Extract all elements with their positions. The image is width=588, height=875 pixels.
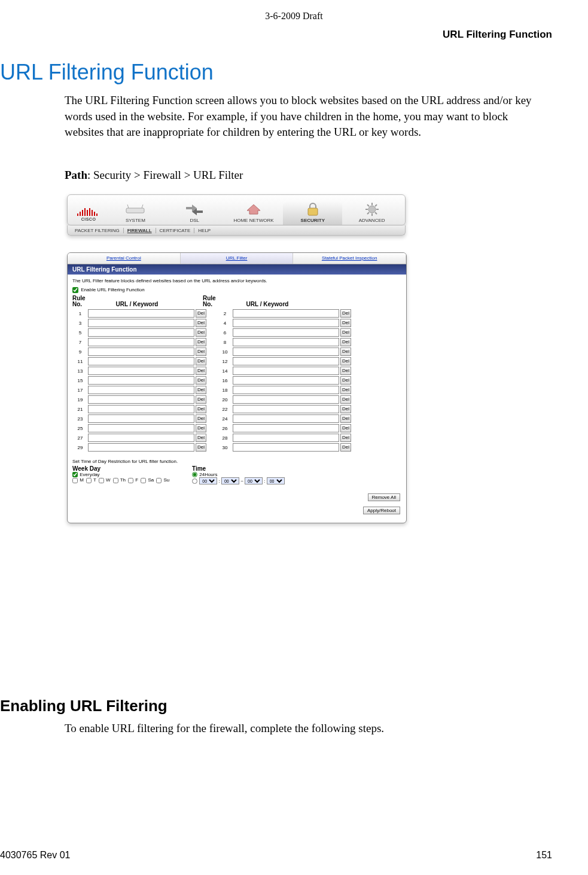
url-keyword-input[interactable]: [88, 338, 194, 346]
remove-all-button[interactable]: Remove All: [368, 493, 400, 501]
day-checkbox[interactable]: [113, 478, 118, 483]
url-keyword-input[interactable]: [233, 328, 339, 337]
nav-system[interactable]: SYSTEM: [106, 202, 165, 225]
url-keyword-input[interactable]: [233, 443, 339, 452]
delete-button[interactable]: Del: [196, 347, 206, 356]
url-keyword-input[interactable]: [88, 405, 194, 413]
subnav-packet-filtering[interactable]: PACKET FILTERING: [71, 228, 124, 233]
delete-button[interactable]: Del: [340, 414, 351, 423]
url-keyword-input[interactable]: [88, 414, 194, 423]
url-keyword-input[interactable]: [88, 319, 194, 327]
url-keyword-input[interactable]: [233, 309, 339, 318]
delete-button[interactable]: Del: [340, 405, 351, 413]
delete-button[interactable]: Del: [196, 328, 206, 337]
url-keyword-input[interactable]: [233, 319, 339, 327]
delete-button[interactable]: Del: [196, 405, 206, 413]
day-option: W: [99, 477, 111, 483]
delete-button[interactable]: Del: [196, 395, 206, 404]
hh-start[interactable]: 00: [199, 477, 217, 484]
url-keyword-input[interactable]: [233, 424, 339, 432]
url-keyword-input[interactable]: [233, 357, 339, 365]
delete-button[interactable]: Del: [340, 443, 351, 452]
rule-table: Rule No. URL / Keyword Rule No. URL / Ke…: [68, 295, 406, 452]
url-keyword-input[interactable]: [88, 434, 194, 442]
url-keyword-input[interactable]: [233, 347, 339, 356]
url-keyword-input[interactable]: [233, 376, 339, 385]
url-keyword-input[interactable]: [233, 367, 339, 375]
delete-button[interactable]: Del: [196, 434, 206, 442]
delete-button[interactable]: Del: [196, 424, 206, 432]
delete-button[interactable]: Del: [196, 367, 206, 375]
delete-button[interactable]: Del: [340, 357, 351, 365]
url-keyword-input[interactable]: [233, 338, 339, 346]
url-keyword-input[interactable]: [88, 395, 194, 404]
delete-button[interactable]: Del: [340, 328, 351, 337]
mm-start[interactable]: 00: [221, 477, 239, 484]
path-value: : Security > Firewall > URL Filter: [87, 169, 243, 181]
delete-button[interactable]: Del: [340, 395, 351, 404]
day-checkbox[interactable]: [72, 478, 78, 483]
everyday-checkbox[interactable]: [72, 472, 78, 477]
subnav-certificate[interactable]: CERTIFICATE: [156, 228, 195, 233]
nav-security[interactable]: SECURITY: [283, 202, 342, 225]
day-checkbox[interactable]: [156, 478, 162, 483]
delete-button[interactable]: Del: [196, 309, 206, 318]
delete-button[interactable]: Del: [196, 414, 206, 423]
tab-url-filter[interactable]: URL Filter: [181, 253, 294, 264]
url-keyword-input[interactable]: [233, 434, 339, 442]
day-checkbox[interactable]: [141, 478, 146, 483]
url-keyword-input[interactable]: [88, 424, 194, 432]
rule-number: 9: [72, 349, 88, 355]
nav-dsl[interactable]: DSL: [165, 202, 224, 225]
delete-button[interactable]: Del: [196, 376, 206, 385]
delete-button[interactable]: Del: [196, 443, 206, 452]
subnav-firewall[interactable]: FIREWALL: [124, 228, 156, 233]
url-keyword-input[interactable]: [233, 386, 339, 394]
day-checkbox[interactable]: [128, 478, 133, 483]
delete-button[interactable]: Del: [196, 386, 206, 394]
delete-button[interactable]: Del: [340, 347, 351, 356]
radio-range[interactable]: [192, 478, 197, 484]
day-checkbox[interactable]: [86, 478, 92, 483]
apply-reboot-button[interactable]: Apply/Reboot: [363, 507, 400, 514]
url-keyword-input[interactable]: [233, 405, 339, 413]
delete-button[interactable]: Del: [340, 367, 351, 375]
sub-nav: PACKET FILTERING FIREWALL CERTIFICATE HE…: [67, 225, 406, 236]
delete-button[interactable]: Del: [340, 386, 351, 394]
url-keyword-input[interactable]: [88, 347, 194, 356]
url-keyword-input[interactable]: [233, 414, 339, 423]
delete-button[interactable]: Del: [196, 319, 206, 327]
router-icon: [125, 202, 145, 217]
tab-stateful-packet-inspection[interactable]: Stateful Packet Inspection: [293, 253, 406, 264]
enable-checkbox[interactable]: [72, 287, 78, 293]
delete-button[interactable]: Del: [340, 434, 351, 442]
day-checkbox[interactable]: [99, 478, 104, 483]
delete-button[interactable]: Del: [340, 376, 351, 385]
mm-end[interactable]: 00: [267, 477, 285, 484]
url-keyword-input[interactable]: [233, 395, 339, 404]
tab-parental-control[interactable]: Parental Control: [68, 253, 181, 264]
subnav-help[interactable]: HELP: [194, 228, 214, 233]
delete-button[interactable]: Del: [340, 338, 351, 346]
svg-line-23: [367, 212, 369, 214]
rule-number: 11: [72, 359, 88, 364]
url-keyword-input[interactable]: [88, 376, 194, 385]
delete-button[interactable]: Del: [340, 319, 351, 327]
rule-number: 25: [72, 426, 88, 431]
url-keyword-input[interactable]: [88, 309, 194, 318]
url-keyword-input[interactable]: [88, 357, 194, 365]
time-tilde: ~: [240, 478, 243, 484]
delete-button[interactable]: Del: [196, 357, 206, 365]
url-keyword-input[interactable]: [88, 386, 194, 394]
nav-advanced[interactable]: ADVANCED: [342, 202, 401, 225]
url-keyword-input[interactable]: [88, 328, 194, 337]
panel: Parental Control URL Filter Stateful Pac…: [67, 252, 407, 523]
delete-button[interactable]: Del: [340, 424, 351, 432]
nav-home-network[interactable]: HOME NETWORK: [224, 202, 284, 225]
hh-end[interactable]: 00: [245, 477, 263, 484]
radio-24hours[interactable]: [192, 472, 197, 477]
delete-button[interactable]: Del: [196, 338, 206, 346]
url-keyword-input[interactable]: [88, 367, 194, 375]
url-keyword-input[interactable]: [88, 443, 194, 452]
delete-button[interactable]: Del: [340, 309, 351, 318]
